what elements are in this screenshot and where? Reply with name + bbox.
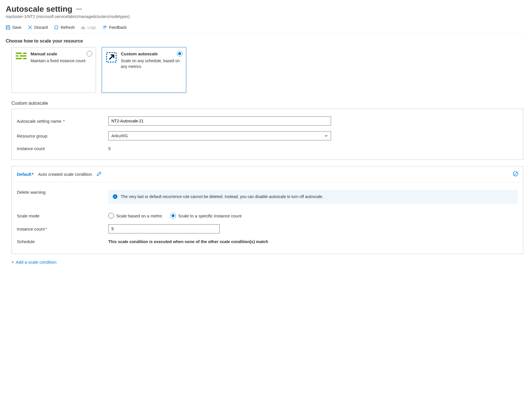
refresh-button[interactable]: Refresh — [54, 25, 75, 30]
custom-autoscale-desc: Scale on any schedule, based on any metr… — [121, 58, 181, 70]
custom-autoscale-radio[interactable] — [177, 51, 183, 56]
svg-rect-7 — [84, 28, 85, 29]
manual-scale-card[interactable]: Manual scale Maintain a fixed instance c… — [11, 47, 96, 93]
svg-rect-12 — [20, 55, 26, 57]
block-icon[interactable] — [513, 171, 518, 177]
svg-rect-2 — [7, 28, 9, 29]
logs-icon — [81, 25, 85, 30]
scale-mode-label: Scale mode — [17, 213, 108, 218]
logs-button: Logs — [81, 25, 96, 30]
schedule-text: This scale condition is executed when no… — [108, 239, 268, 244]
save-button[interactable]: Save — [6, 25, 21, 30]
chevron-down-icon — [324, 134, 328, 138]
scale-mode-count-radio[interactable]: Scale to a specific instance count — [170, 213, 242, 219]
feedback-button[interactable]: Feedback — [103, 25, 127, 30]
section-heading: Choose how to scale your resource — [6, 39, 523, 44]
svg-rect-9 — [16, 52, 22, 54]
instance-count-label: Instance count — [17, 146, 108, 151]
svg-rect-6 — [83, 26, 84, 29]
delete-warning-box: i The very last or default recurrence ru… — [108, 190, 518, 204]
edit-condition-button[interactable] — [97, 171, 102, 177]
manual-scale-desc: Maintain a fixed instance count — [31, 58, 85, 64]
scale-condition-panel: Default* Auto created scale condition De… — [11, 166, 523, 254]
resource-group-label: Resource group — [17, 134, 108, 138]
breadcrumb: mycluster-1/NT2 (microsoft.servicefabric… — [6, 14, 523, 19]
toolbar: Save Discard Refresh Logs Feedback — [6, 23, 523, 33]
condition-name: Default* — [17, 172, 34, 177]
condition-instance-count-input[interactable] — [108, 224, 220, 233]
instance-count-value: 5 — [108, 146, 111, 151]
manual-scale-radio[interactable] — [87, 51, 92, 56]
custom-autoscale-title: Custom autoscale — [121, 51, 181, 56]
svg-rect-5 — [81, 27, 82, 29]
plus-icon: + — [11, 260, 14, 264]
refresh-icon — [54, 25, 59, 30]
manual-scale-icon — [16, 51, 27, 88]
svg-rect-11 — [16, 55, 18, 57]
svg-point-8 — [103, 26, 105, 27]
close-icon — [28, 25, 32, 30]
svg-rect-10 — [23, 52, 27, 54]
custom-autoscale-icon — [106, 51, 117, 88]
discard-button[interactable]: Discard — [28, 25, 48, 30]
info-icon: i — [113, 194, 117, 199]
custom-autoscale-label: Custom autoscale — [11, 101, 523, 106]
more-icon[interactable]: ••• — [76, 6, 82, 11]
svg-rect-13 — [16, 58, 22, 59]
condition-desc: Auto created scale condition — [38, 172, 92, 177]
schedule-label: Schedule — [17, 239, 108, 244]
delete-warning-label: Delete warning — [17, 190, 108, 195]
add-scale-condition-link[interactable]: + Add a scale condition — [11, 260, 523, 264]
autoscale-name-input[interactable] — [108, 116, 331, 126]
page-title: Autoscale setting — [6, 5, 72, 14]
condition-instance-count-label: Instance count* — [17, 227, 108, 231]
feedback-icon — [103, 25, 107, 30]
save-icon — [6, 25, 10, 30]
svg-line-17 — [514, 172, 517, 175]
custom-autoscale-card[interactable]: Custom autoscale Scale on any schedule, … — [102, 47, 186, 93]
manual-scale-title: Manual scale — [31, 51, 85, 56]
svg-rect-14 — [23, 58, 27, 59]
resource-group-select[interactable]: AnkurRG — [108, 131, 331, 140]
svg-rect-1 — [7, 26, 9, 27]
scale-mode-metric-radio[interactable]: Scale based on a metric — [108, 213, 162, 219]
autoscale-name-label: Autoscale setting name * — [17, 119, 108, 124]
autoscale-settings-panel: Autoscale setting name * Resource group … — [11, 109, 523, 160]
